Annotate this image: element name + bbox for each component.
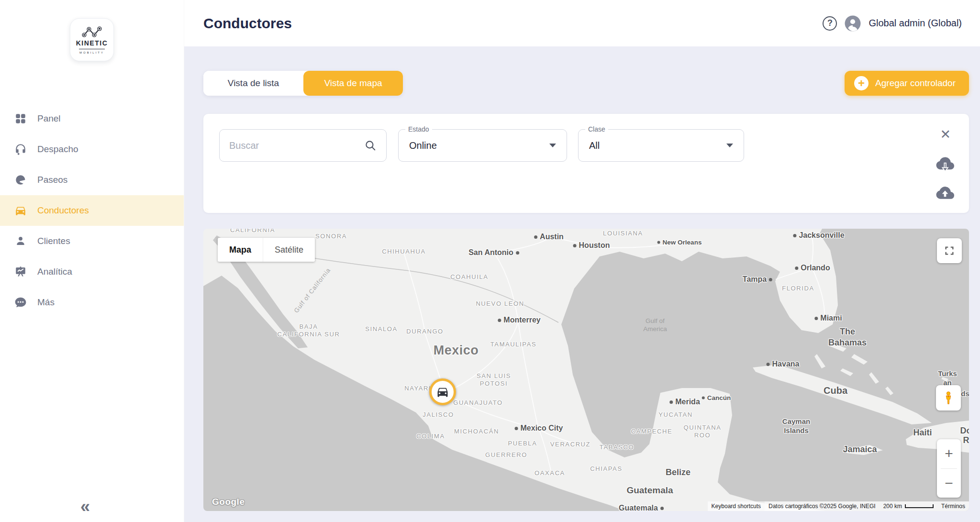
map-label: Mexico City: [515, 423, 563, 433]
sidebar-item-panel[interactable]: Panel: [0, 103, 184, 134]
sidebar-item-mas[interactable]: Más: [0, 287, 184, 318]
map-label: Jamaica: [843, 444, 877, 455]
map-label: TAMAULIPAS: [490, 341, 536, 348]
map-label: YUCATAN: [658, 411, 692, 419]
map-label: Havana: [767, 359, 800, 369]
search-icon: [364, 139, 377, 152]
map-label: QUINTANA ROO: [683, 424, 721, 440]
logo-rule: [79, 49, 105, 49]
content: Vista de lista Vista de mapa + Agregar c…: [184, 71, 980, 511]
map-label: FLORIDA: [782, 285, 814, 292]
zoom-out-button[interactable]: −: [937, 469, 961, 498]
header-right: ? Global admin (Global): [823, 15, 962, 32]
sidebar-item-clientes[interactable]: Clientes: [0, 226, 184, 256]
zoom-control: + −: [937, 439, 961, 498]
map-label: MICHOACÁN: [454, 428, 499, 435]
map-label: CAMPECHE: [631, 428, 672, 435]
clase-select[interactable]: Clase All: [578, 129, 744, 162]
pegman-button[interactable]: [936, 385, 961, 411]
user-label[interactable]: Global admin (Global): [869, 18, 962, 29]
google-logo[interactable]: Google: [212, 497, 245, 507]
tab-vista-de-lista[interactable]: Vista de lista: [203, 71, 303, 96]
map-label: JALISCO: [423, 411, 454, 419]
map-label: CHIHUAHUA: [382, 248, 426, 255]
sidebar-item-label: Paseos: [37, 175, 67, 185]
chevron-down-icon: [726, 144, 733, 147]
map-label: Gulf of America: [643, 317, 667, 333]
map-label: PUEBLA: [508, 440, 537, 447]
sidebar-item-label: Más: [37, 297, 55, 308]
map-type-satelite-button[interactable]: Satélite: [263, 238, 315, 262]
logo-tagline: MOBILITY: [79, 51, 104, 54]
pegman-icon: [942, 391, 955, 405]
sidebar-item-analitica[interactable]: Analítica: [0, 256, 184, 287]
map-label: Gulf of California: [292, 267, 333, 314]
fullscreen-button[interactable]: [937, 238, 962, 263]
map-label: Miami: [814, 313, 842, 323]
map-label: GUERRERO: [485, 451, 527, 459]
map-label: SONORA: [315, 233, 347, 240]
estado-value: Online: [409, 140, 437, 151]
map-label: San Antonio: [468, 248, 519, 257]
avatar[interactable]: [844, 15, 861, 32]
map-label: CALIFORNIA: [230, 229, 275, 234]
close-icon[interactable]: ✕: [940, 128, 951, 141]
help-icon[interactable]: ?: [823, 16, 837, 31]
sidebar-item-label: Analítica: [37, 267, 72, 277]
map-label: NUEVO LEON: [476, 300, 524, 308]
map-label: VERACRUZ: [550, 441, 590, 448]
map-label: The Bahamas: [828, 326, 867, 348]
sidebar-item-label: Despacho: [37, 144, 78, 155]
map-type-mapa-button[interactable]: Mapa: [218, 238, 263, 262]
map-label: Dor: [960, 425, 969, 436]
map-scale: 200 km: [880, 501, 937, 511]
person-icon: [14, 235, 27, 247]
tab-vista-de-mapa[interactable]: Vista de mapa: [303, 71, 403, 96]
sidebar-item-despacho[interactable]: Despacho: [0, 134, 184, 165]
map-data-notice: Datos cartográficos ©2025 Google, INEGI: [765, 501, 880, 511]
add-controller-button[interactable]: + Agregar controlador: [845, 71, 969, 96]
map-label: Orlando: [795, 263, 830, 273]
map-label: Re: [963, 435, 969, 446]
clase-label: Clase: [585, 125, 608, 133]
terms-link[interactable]: Términos: [937, 501, 969, 511]
sidebar-item-label: Conductores: [37, 205, 89, 216]
map-label: Mexico: [434, 343, 479, 359]
map-label: TABASCO: [600, 444, 634, 451]
search-box: [219, 129, 387, 162]
clase-value: All: [589, 140, 600, 151]
map-label: BAJA CALIFORNIA SUR: [278, 323, 340, 339]
zoom-in-button[interactable]: +: [937, 439, 961, 468]
sidebar-item-label: Clientes: [37, 236, 70, 246]
map-label: CHIAPAS: [590, 465, 622, 473]
sidebar-item-label: Panel: [37, 113, 61, 124]
sidebar-collapse-button[interactable]: «: [80, 498, 90, 515]
map[interactable]: CALIFORNIASONORACHIHUAHUACOAHUILANUEVO L…: [203, 229, 969, 511]
cloud-download-icon[interactable]: [935, 155, 956, 174]
map-label: COLIMA: [416, 433, 445, 440]
page-title: Conductores: [203, 15, 292, 32]
map-label: Guatemala: [619, 503, 664, 511]
map-label: Monterrey: [498, 315, 540, 325]
map-label: SINALOA: [365, 325, 398, 333]
map-label: Guatemala: [626, 485, 673, 496]
sidebar-item-conductores[interactable]: Conductores: [0, 195, 184, 226]
helmet-icon: [14, 174, 27, 186]
search-input[interactable]: [229, 140, 364, 151]
logo-name: KINETIC: [76, 39, 108, 47]
map-label: SAN LUIS POTOSI: [477, 372, 511, 388]
map-label: LOUISIANA: [603, 230, 643, 237]
sidebar: KINETIC MOBILITY Panel Despacho Paseos C…: [0, 0, 184, 522]
cloud-upload-icon[interactable]: [935, 184, 956, 203]
map-attribution: Keyboard shortcuts Datos cartográficos ©…: [708, 501, 969, 511]
map-type-control: Mapa Satélite: [218, 238, 315, 262]
app-logo: KINETIC MOBILITY: [70, 18, 114, 61]
sidebar-item-paseos[interactable]: Paseos: [0, 165, 184, 195]
app-header: Conductores ? Global admin (Global): [184, 0, 980, 46]
analytics-icon: [14, 266, 27, 278]
keyboard-shortcuts-link[interactable]: Keyboard shortcuts: [708, 501, 765, 511]
map-labels: CALIFORNIASONORACHIHUAHUACOAHUILANUEVO L…: [203, 229, 969, 511]
driver-marker[interactable]: [429, 378, 456, 405]
map-label: Austin: [534, 232, 564, 242]
estado-select[interactable]: Estado Online: [398, 129, 567, 162]
